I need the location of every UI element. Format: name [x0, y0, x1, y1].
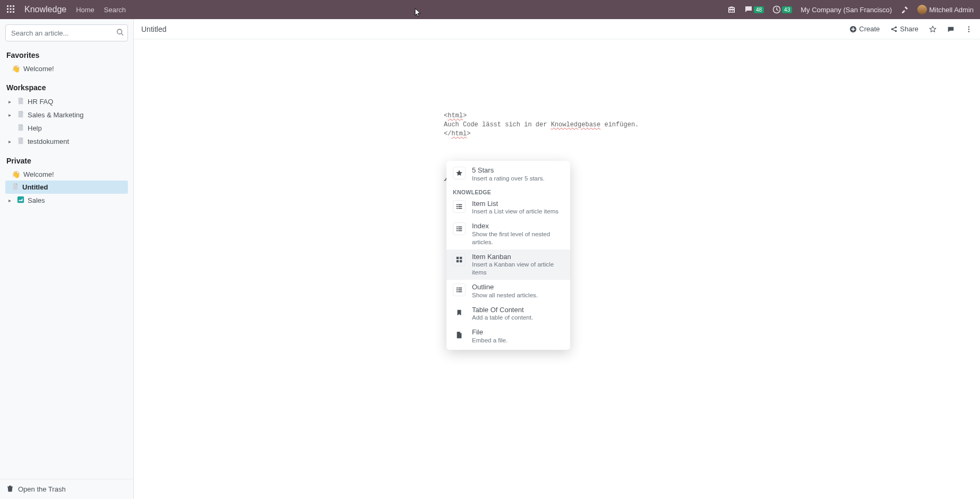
caret-icon: ▸ — [8, 139, 14, 144]
popup-item-item-list[interactable]: Item List Insert a List view of article … — [446, 196, 570, 219]
popup-item-toc[interactable]: Table Of Content Add a table of content. — [446, 303, 570, 325]
svg-rect-0 — [7, 5, 8, 7]
svg-rect-36 — [458, 288, 462, 289]
search-icon[interactable] — [116, 29, 124, 38]
sidebar-item-private-welcome[interactable]: 👋 Welcome! — [5, 168, 128, 180]
open-trash-button[interactable]: Open the Trash — [0, 479, 133, 499]
workspace-title: Workspace — [5, 80, 128, 95]
editor-area[interactable]: <html> Auch Code lässt sich in der Knowl… — [134, 39, 980, 499]
activity-icon[interactable]: 43 — [772, 5, 792, 14]
sidebar-item-label: testdokument — [28, 137, 69, 145]
svg-point-17 — [968, 28, 969, 29]
sidebar-item-help[interactable]: Help — [5, 122, 128, 135]
svg-rect-24 — [458, 208, 462, 209]
popup-title: Outline — [472, 283, 538, 291]
sidebar-item-sales-marketing[interactable]: ▸ Sales & Marketing — [5, 108, 128, 122]
private-title: Private — [5, 153, 128, 168]
sidebar-item-sales[interactable]: ▸ Sales — [5, 194, 128, 207]
svg-rect-35 — [457, 288, 458, 289]
document-icon — [17, 137, 24, 146]
popup-item-5stars[interactable]: 5 Stars Insert a rating over 5 stars. — [446, 163, 570, 186]
topbar: Knowledge Home Search 48 43 My Company (… — [0, 0, 980, 19]
chat-icon — [947, 25, 955, 33]
svg-rect-6 — [7, 11, 8, 13]
popup-desc: Show all nested articles. — [472, 291, 538, 299]
topbar-right: 48 43 My Company (San Francisco) Mitchel… — [727, 5, 974, 14]
svg-rect-27 — [457, 228, 458, 229]
svg-rect-21 — [457, 206, 458, 207]
star-icon — [453, 167, 466, 179]
brand-title[interactable]: Knowledge — [24, 5, 66, 14]
svg-point-16 — [968, 26, 969, 27]
main-header: Untitled Create Share — [134, 19, 980, 39]
create-label: Create — [859, 25, 880, 33]
svg-rect-39 — [457, 291, 458, 292]
caret-icon: ▸ — [8, 197, 14, 203]
breadcrumb[interactable]: Untitled — [141, 25, 166, 33]
svg-rect-2 — [13, 5, 14, 7]
favorite-button[interactable] — [929, 25, 936, 33]
chat-icon[interactable]: 48 — [744, 5, 764, 14]
svg-rect-26 — [458, 227, 462, 228]
svg-rect-23 — [457, 208, 458, 209]
document-icon — [17, 124, 24, 133]
caret-icon: ▸ — [8, 99, 14, 105]
popup-item-item-kanban[interactable]: Item Kanban Insert a Kanban view of arti… — [446, 249, 570, 280]
sidebar-item-favorites-welcome[interactable]: 👋 Welcome! — [5, 63, 128, 75]
bookmark-icon — [453, 306, 466, 319]
apps-icon[interactable] — [6, 5, 15, 15]
popup-title: File — [472, 328, 508, 337]
tools-icon[interactable] — [900, 5, 909, 14]
create-button[interactable]: Create — [849, 25, 880, 33]
sidebar-item-label: HR FAQ — [28, 98, 53, 106]
sidebar-item-label: Sales & Marketing — [28, 111, 84, 119]
slash-command-popup: 5 Stars Insert a rating over 5 stars. KN… — [446, 161, 570, 350]
svg-rect-31 — [457, 256, 459, 259]
sidebar-item-label: Sales — [28, 196, 45, 204]
sidebar-item-label: Welcome! — [23, 65, 54, 73]
company-selector[interactable]: My Company (San Francisco) — [801, 6, 892, 14]
svg-rect-11 — [18, 196, 24, 203]
popup-item-index[interactable]: Index Show the first level of nested art… — [446, 219, 570, 249]
nav-home[interactable]: Home — [76, 6, 94, 14]
main-layout: Favorites 👋 Welcome! Workspace ▸ HR FAQ … — [0, 19, 980, 499]
chart-icon — [17, 196, 24, 205]
favorites-section: Favorites 👋 Welcome! — [5, 48, 128, 75]
building-icon[interactable] — [727, 5, 736, 14]
document-icon — [17, 110, 24, 119]
user-menu[interactable]: Mitchell Admin — [917, 5, 974, 14]
kebab-icon — [965, 25, 973, 33]
svg-rect-5 — [13, 8, 14, 10]
svg-rect-38 — [458, 289, 462, 290]
nav-search[interactable]: Search — [104, 6, 126, 14]
sidebar-item-testdokument[interactable]: ▸ testdokument — [5, 135, 128, 148]
popup-title: 5 Stars — [472, 166, 545, 175]
svg-rect-4 — [10, 8, 12, 10]
main-panel: Untitled Create Share — [134, 19, 980, 499]
file-icon — [453, 329, 466, 341]
svg-rect-25 — [457, 227, 458, 228]
popup-desc: Insert a Kanban view of article items — [472, 261, 564, 277]
sidebar-item-hr-faq[interactable]: ▸ HR FAQ — [5, 95, 128, 108]
plus-circle-icon — [849, 25, 857, 33]
svg-rect-8 — [13, 11, 14, 13]
private-section: Private 👋 Welcome! Untitled ▸ Sales — [5, 153, 128, 207]
main-actions: Create Share — [849, 25, 973, 33]
more-button[interactable] — [965, 25, 973, 33]
search-input[interactable] — [5, 24, 128, 41]
sidebar-item-untitled[interactable]: Untitled — [5, 180, 128, 194]
code-block[interactable]: <html> Auch Code lässt sich in der Knowl… — [444, 111, 869, 138]
sidebar: Favorites 👋 Welcome! Workspace ▸ HR FAQ … — [0, 19, 134, 499]
chat-button[interactable] — [947, 25, 955, 33]
popup-item-file[interactable]: File Embed a file. — [446, 325, 570, 348]
svg-rect-7 — [10, 11, 12, 13]
document-icon — [17, 97, 24, 106]
popup-item-outline[interactable]: Outline Show all nested articles. — [446, 280, 570, 303]
popup-desc: Insert a List view of article items — [472, 208, 558, 216]
share-icon — [890, 25, 898, 33]
star-icon — [929, 25, 936, 33]
svg-rect-20 — [458, 204, 462, 205]
share-label: Share — [900, 25, 918, 33]
share-button[interactable]: Share — [890, 25, 918, 33]
svg-rect-3 — [7, 8, 8, 10]
